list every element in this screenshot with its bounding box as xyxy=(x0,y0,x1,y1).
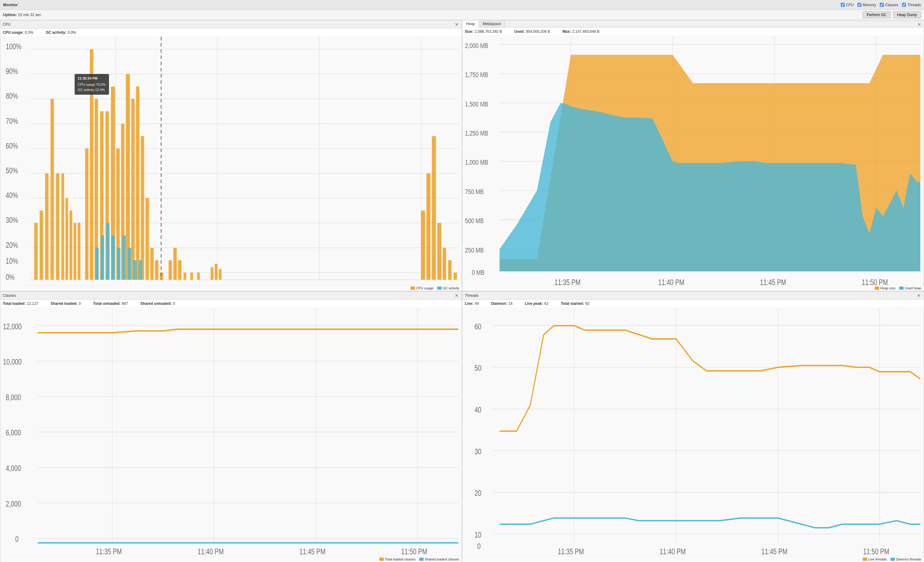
svg-rect-65 xyxy=(437,223,441,280)
svg-rect-63 xyxy=(426,173,430,280)
heap-legend: Heap size Used heap xyxy=(462,285,924,291)
svg-rect-135 xyxy=(462,308,924,556)
heap-size-stat: Size: 2,088,763,392 B xyxy=(465,29,502,34)
svg-text:1,000 MB: 1,000 MB xyxy=(465,158,488,166)
svg-text:11:45 PM: 11:45 PM xyxy=(299,547,326,556)
cpu-checkbox-label[interactable]: CPU xyxy=(841,3,854,7)
threads-checkbox[interactable] xyxy=(902,3,906,7)
cpu-legend-usage: CPU usage xyxy=(411,286,434,290)
svg-rect-46 xyxy=(131,99,135,280)
svg-text:500 MB: 500 MB xyxy=(465,217,484,224)
top-bar: Monitor CPU Memory Classes Threads xyxy=(0,0,924,10)
threads-stats: Live: 49 Daemon: 14 Live peak: 62 Total … xyxy=(462,300,924,308)
classes-checkbox-label[interactable]: Classes xyxy=(880,3,898,7)
total-unloaded-stat: Total unloaded: 687 xyxy=(93,302,128,306)
threads-panel-close[interactable]: ✕ xyxy=(916,293,921,298)
svg-text:30%: 30% xyxy=(6,216,18,225)
threads-chart-area: 60 50 40 30 20 10 0 11:35 PM 11:40 PM 11… xyxy=(462,308,924,556)
svg-text:11:45 PM: 11:45 PM xyxy=(760,278,786,285)
cpu-chart-svg: 100% 90% 80% 70% 60% 50% 40% 30% 20% 10%… xyxy=(0,37,462,285)
perform-gc-button[interactable]: Perform GC xyxy=(863,12,891,18)
gc-activity-color xyxy=(437,287,442,290)
memory-checkbox-label[interactable]: Memory xyxy=(857,3,876,7)
shared-unloaded-stat: Shared unloaded: 0 xyxy=(140,302,175,306)
svg-rect-31 xyxy=(56,173,60,280)
checkbox-group: CPU Memory Classes Threads xyxy=(841,3,921,7)
total-started-stat: Total started: 92 xyxy=(561,302,589,306)
svg-text:1,250 MB: 1,250 MB xyxy=(465,129,488,137)
cpu-checkbox[interactable] xyxy=(841,3,845,7)
threads-checkbox-label[interactable]: Threads xyxy=(902,3,921,7)
tab-heap[interactable]: Heap xyxy=(462,21,479,28)
svg-rect-61 xyxy=(219,269,222,280)
cpu-legend: CPU usage GC activity xyxy=(0,285,462,291)
svg-text:90%: 90% xyxy=(6,67,18,76)
threads-legend: Live threads Daemon threads xyxy=(462,556,924,562)
svg-text:10: 10 xyxy=(474,530,481,539)
heap-size-color xyxy=(875,287,879,290)
cpu-legend-gc: GC activity xyxy=(437,286,459,290)
classes-panel: Classes ✕ Total loaded: 12,127 Shared lo… xyxy=(0,291,462,562)
svg-rect-60 xyxy=(214,264,218,280)
svg-rect-55 xyxy=(178,260,182,280)
total-loaded-stat: Total loaded: 12,127 xyxy=(3,302,38,306)
gc-activity-stat: GC activity: 0.0% xyxy=(46,30,76,35)
svg-text:0: 0 xyxy=(477,541,481,550)
svg-text:70%: 70% xyxy=(6,117,18,126)
svg-rect-71 xyxy=(106,223,110,280)
heap-tabs: Heap Metaspace ✕ xyxy=(462,21,924,28)
shared-loaded-stat: Shared loaded: 0 xyxy=(51,302,81,306)
svg-rect-33 xyxy=(65,198,68,280)
classes-checkbox[interactable] xyxy=(880,3,884,7)
svg-text:1,500 MB: 1,500 MB xyxy=(465,100,488,108)
live-peak-stat: Live peak: 62 xyxy=(525,302,548,306)
svg-rect-30 xyxy=(51,99,54,280)
uptime-bar: Uptime: 15 min 32 sec Perform GC Heap Du… xyxy=(0,10,924,20)
cpu-stats: CPU usage: 0.3% GC activity: 0.0% xyxy=(0,28,462,37)
svg-rect-34 xyxy=(70,211,72,280)
action-buttons: Perform GC Heap Dump xyxy=(863,12,921,18)
svg-rect-56 xyxy=(184,273,186,280)
svg-rect-74 xyxy=(122,236,126,280)
svg-text:10%: 10% xyxy=(6,257,18,266)
svg-text:11:40 PM: 11:40 PM xyxy=(660,547,686,556)
live-threads-color xyxy=(863,558,867,561)
memory-checkbox[interactable] xyxy=(857,3,861,7)
svg-rect-72 xyxy=(111,236,115,280)
svg-rect-62 xyxy=(421,211,425,280)
svg-rect-64 xyxy=(432,136,436,280)
classes-panel-close[interactable]: ✕ xyxy=(454,293,459,298)
classes-panel-header: Classes ✕ xyxy=(0,291,462,300)
svg-text:50%: 50% xyxy=(6,166,18,175)
total-loaded-color xyxy=(380,558,384,561)
used-heap-color xyxy=(899,287,904,290)
svg-text:250 MB: 250 MB xyxy=(465,246,484,254)
classes-stats: Total loaded: 12,127 Shared loaded: 0 To… xyxy=(0,300,462,308)
heap-dump-button[interactable]: Heap Dump xyxy=(893,12,921,18)
svg-rect-70 xyxy=(100,236,104,280)
cpu-panel: CPU ✕ CPU usage: 0.3% GC activity: 0.0% xyxy=(0,20,462,291)
heap-stats: Size: 2,088,763,392 B Used: 854,000,208 … xyxy=(462,28,924,36)
svg-text:1,750 MB: 1,750 MB xyxy=(465,71,488,78)
live-threads-stat: Live: 49 xyxy=(465,302,479,306)
svg-rect-27 xyxy=(34,223,38,280)
heap-panel: Heap Metaspace ✕ Size: 2,088,763,392 B U… xyxy=(462,20,924,291)
svg-text:0%: 0% xyxy=(6,272,15,281)
cpu-usage-stat: CPU usage: 0.3% xyxy=(3,30,33,35)
daemon-threads-color xyxy=(891,558,895,561)
heap-panel-close[interactable]: ✕ xyxy=(917,22,922,27)
cpu-usage-color xyxy=(411,287,415,290)
svg-text:6,000: 6,000 xyxy=(6,428,21,437)
tab-metaspace[interactable]: Metaspace xyxy=(479,21,505,27)
svg-rect-73 xyxy=(117,248,120,280)
svg-rect-75 xyxy=(128,248,131,280)
heap-max-stat: Max: 2,147,483,648 B xyxy=(562,29,600,34)
classes-legend: Total loaded classes Shared loaded class… xyxy=(0,556,462,562)
svg-text:20%: 20% xyxy=(6,241,18,250)
svg-text:60: 60 xyxy=(474,322,481,331)
svg-text:40%: 40% xyxy=(6,191,18,200)
svg-rect-68 xyxy=(454,273,457,280)
cpu-panel-close[interactable]: ✕ xyxy=(454,22,459,27)
svg-text:50: 50 xyxy=(474,364,481,372)
svg-rect-35 xyxy=(74,223,76,280)
